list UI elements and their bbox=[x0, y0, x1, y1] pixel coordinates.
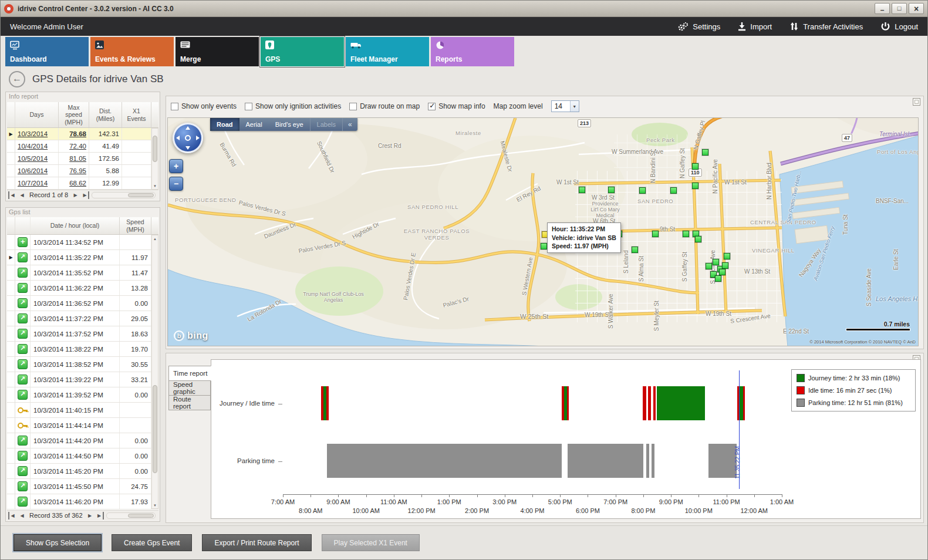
scroll-down-icon[interactable] bbox=[152, 183, 158, 189]
info-report-row[interactable]: 10/7/2014 68.62 12.99 bbox=[7, 177, 158, 190]
zoom-out-button[interactable] bbox=[169, 177, 183, 191]
compass-control[interactable] bbox=[173, 123, 203, 153]
zoom-in-button[interactable] bbox=[169, 159, 183, 173]
gps-list-row[interactable]: 10/3/2014 11:36:52 PM 0.00 bbox=[7, 296, 158, 311]
max-speed-link[interactable]: 76.95 bbox=[59, 165, 89, 177]
day-link[interactable]: 10/6/2014 bbox=[15, 165, 59, 177]
chevron-down-icon[interactable] bbox=[570, 101, 579, 112]
logout-button[interactable]: Logout bbox=[880, 22, 918, 32]
gps-list-row[interactable]: 10/3/2014 11:35:52 PM 11.47 bbox=[7, 265, 158, 281]
gps-marker[interactable] bbox=[715, 275, 721, 282]
settings-button[interactable]: Settings bbox=[677, 22, 720, 32]
checkbox-box[interactable] bbox=[245, 103, 252, 110]
max-speed-link[interactable]: 81.05 bbox=[59, 153, 89, 164]
map-view-tab[interactable]: Road bbox=[210, 118, 239, 131]
gps-list-row[interactable]: 10/3/2014 11:38:52 PM 30.55 bbox=[7, 357, 158, 372]
report-tab[interactable]: Time report bbox=[168, 366, 211, 381]
gps-marker[interactable] bbox=[692, 183, 698, 189]
gps-marker[interactable] bbox=[695, 236, 701, 242]
footer-action-button[interactable]: Create Gps Event bbox=[112, 534, 192, 551]
map[interactable]: MiralesteMiraleste DrCrest RdBurma RdSou… bbox=[167, 117, 919, 346]
report-tab[interactable]: Route report bbox=[168, 395, 211, 410]
transfer-activities-button[interactable]: Transfer Activities bbox=[789, 22, 863, 31]
import-button[interactable]: Import bbox=[738, 22, 772, 31]
datetime-column-header[interactable]: Date / hour (local) bbox=[31, 217, 120, 234]
gps-marker[interactable] bbox=[632, 247, 638, 253]
nav-tile-merge[interactable]: Merge bbox=[176, 37, 259, 66]
gps-list-row[interactable]: 10/3/2014 11:45:20 PM 0.00 bbox=[7, 464, 158, 479]
report-tab[interactable]: Speed graphic bbox=[168, 380, 211, 396]
footer-action-button[interactable]: Play Selected X1 Event bbox=[322, 534, 420, 551]
title-bar[interactable]: idrive Control Center - 3.0.2 version - … bbox=[1, 1, 927, 17]
gps-list-row[interactable]: 10/3/2014 11:35:22 PM 11.97 bbox=[7, 250, 158, 265]
info-report-row[interactable]: 10/6/2014 76.95 5.88 bbox=[7, 165, 158, 177]
gps-list-row[interactable]: 10/3/2014 11:34:52 PM bbox=[7, 235, 158, 250]
gps-list-row[interactable]: 10/3/2014 11:39:52 PM 0.00 bbox=[7, 387, 158, 403]
day-link[interactable]: 10/4/2014 bbox=[15, 140, 59, 152]
last-page-button[interactable] bbox=[95, 512, 104, 519]
gps-marker[interactable] bbox=[692, 163, 698, 170]
pager-scrollbar[interactable] bbox=[106, 512, 156, 519]
max-speed-column-header[interactable]: Max speed (MPH) bbox=[59, 102, 89, 127]
gps-list-row[interactable]: 10/3/2014 11:44:20 PM 0.00 bbox=[7, 433, 158, 448]
day-link[interactable]: 10/5/2014 bbox=[15, 153, 59, 164]
pan-south-icon[interactable] bbox=[185, 146, 190, 150]
back-button[interactable] bbox=[9, 71, 25, 87]
gps-list-row[interactable]: 10/3/2014 11:45:50 PM 24.75 bbox=[7, 479, 158, 494]
footer-action-button[interactable]: Show Gps Selection bbox=[14, 534, 102, 551]
nav-tile-events-reviews[interactable]: Events & Reviews bbox=[90, 37, 174, 66]
panel-collapse-button[interactable] bbox=[913, 98, 920, 106]
maximize-button[interactable] bbox=[892, 3, 907, 14]
day-link[interactable]: 10/7/2014 bbox=[15, 177, 59, 189]
day-link[interactable]: 10/3/2014 bbox=[15, 128, 59, 140]
scrollbar-thumb[interactable] bbox=[128, 193, 154, 197]
nav-tile-gps[interactable]: GPS bbox=[261, 37, 344, 66]
info-report-row[interactable]: 10/4/2014 72.40 41.49 bbox=[7, 140, 158, 153]
map-view-tab[interactable]: Labels bbox=[310, 118, 342, 131]
gps-list-row[interactable]: 10/3/2014 11:40:15 PM bbox=[7, 403, 158, 418]
last-page-button[interactable] bbox=[80, 191, 89, 199]
minimize-button[interactable] bbox=[875, 3, 890, 14]
prev-page-button[interactable] bbox=[18, 512, 26, 519]
days-column-header[interactable]: Days bbox=[15, 102, 59, 127]
first-page-button[interactable] bbox=[8, 512, 17, 519]
gps-marker[interactable] bbox=[719, 269, 725, 275]
first-page-button[interactable] bbox=[8, 191, 17, 199]
map-view-tab[interactable]: Aerial bbox=[239, 118, 269, 131]
gps-list-row[interactable]: 10/3/2014 11:36:22 PM 13.28 bbox=[7, 281, 158, 296]
gps-marker[interactable] bbox=[683, 231, 689, 237]
pager-scrollbar[interactable] bbox=[92, 192, 156, 198]
scrollbar-thumb[interactable] bbox=[153, 136, 157, 162]
next-page-button[interactable] bbox=[71, 191, 80, 199]
gps-list-row[interactable]: 10/3/2014 11:37:22 PM 29.05 bbox=[7, 311, 158, 326]
dist-column-header[interactable]: Dist. (Miles) bbox=[89, 102, 122, 127]
info-report-row[interactable]: 10/3/2014 78.68 142.31 bbox=[7, 128, 158, 140]
close-button[interactable] bbox=[909, 3, 924, 14]
map-option-checkbox[interactable]: Show only ignition activities bbox=[245, 102, 341, 110]
checkbox-box[interactable] bbox=[171, 103, 178, 110]
checkbox-box[interactable] bbox=[428, 103, 436, 110]
max-speed-link[interactable]: 72.40 bbox=[59, 140, 89, 152]
gps-marker[interactable] bbox=[579, 187, 585, 193]
nav-tile-fleet-manager[interactable]: Fleet Manager bbox=[346, 37, 429, 66]
scrollbar-thumb[interactable] bbox=[153, 385, 157, 473]
map-zoom-select[interactable]: 14 bbox=[551, 100, 579, 112]
checkbox-box[interactable] bbox=[349, 103, 357, 110]
scroll-down-icon[interactable] bbox=[152, 502, 158, 508]
x1-events-column-header[interactable]: X1 Events bbox=[122, 102, 151, 127]
gps-list-scrollbar[interactable] bbox=[151, 235, 158, 509]
info-report-row[interactable]: 10/5/2014 81.05 172.56 bbox=[7, 153, 158, 165]
gps-marker[interactable] bbox=[652, 231, 659, 237]
gps-marker[interactable] bbox=[541, 243, 547, 249]
next-page-button[interactable] bbox=[86, 512, 95, 519]
gps-marker[interactable] bbox=[724, 253, 730, 259]
gps-marker[interactable] bbox=[702, 149, 708, 156]
gps-list-row[interactable]: 10/3/2014 11:44:50 PM 0.00 bbox=[7, 448, 158, 464]
map-option-checkbox[interactable]: Show only events bbox=[171, 102, 237, 110]
compass-center-dot[interactable] bbox=[185, 135, 191, 141]
pan-west-icon[interactable] bbox=[176, 136, 180, 140]
info-report-scrollbar[interactable] bbox=[151, 128, 158, 190]
gps-marker[interactable] bbox=[713, 259, 719, 265]
gps-marker[interactable] bbox=[722, 262, 728, 269]
speed-column-header[interactable]: Speed (MPH) bbox=[120, 217, 151, 234]
